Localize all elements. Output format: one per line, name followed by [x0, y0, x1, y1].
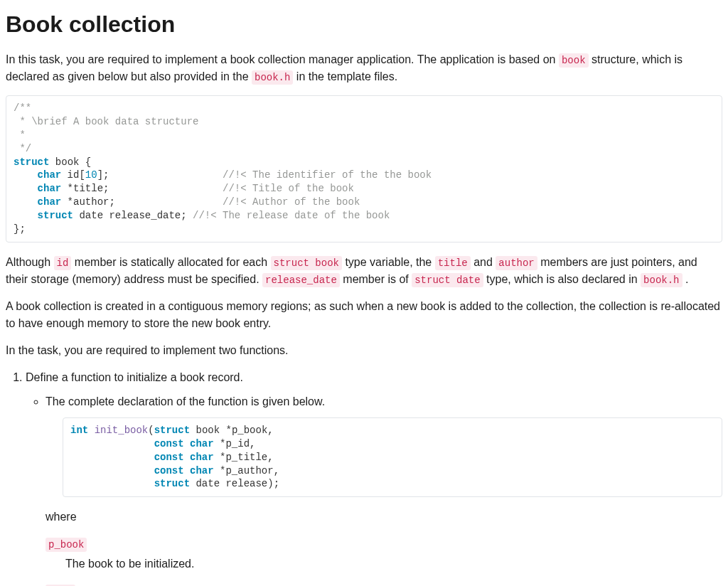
- comment: //!< The release date of the book: [193, 210, 390, 221]
- text: [14, 169, 38, 181]
- text: [14, 183, 38, 194]
- text: *author;: [61, 196, 223, 208]
- text: In this task, you are required to implem…: [6, 53, 559, 65]
- text: *p_title,: [214, 452, 274, 463]
- task-list: Define a function to initialize a book r…: [6, 369, 722, 586]
- task-1-content: int init_book(struct book *p_book, const…: [63, 417, 722, 497]
- text: type, which is also declared in: [483, 273, 641, 285]
- text: [70, 465, 154, 476]
- text: .: [682, 273, 689, 285]
- document-page: Book collection In this task, you are re…: [0, 7, 728, 586]
- text: *p_author,: [214, 465, 279, 476]
- text: in the template files.: [293, 70, 397, 82]
- number: 10: [85, 169, 97, 181]
- keyword: const: [154, 438, 184, 449]
- comment: //!< Author of the book: [223, 196, 360, 208]
- type: char: [190, 438, 214, 449]
- text: and: [471, 256, 496, 268]
- text: date release);: [190, 478, 279, 489]
- task-1-sublist: The complete declaration of the function…: [26, 393, 722, 586]
- text: Although: [6, 256, 54, 268]
- param-p-id-term: p_id: [46, 582, 722, 586]
- text: type variable, the: [342, 256, 435, 268]
- text: [88, 425, 94, 436]
- keyword: const: [154, 452, 184, 463]
- paragraph-members: Although id member is statically allocat…: [6, 254, 722, 288]
- paragraph-collection: A book collection is created in a contig…: [6, 298, 722, 332]
- inline-code-title: title: [435, 256, 471, 270]
- keyword: struct: [38, 210, 73, 221]
- keyword: const: [154, 465, 184, 476]
- comment: //!< The identifier of the the book: [223, 169, 432, 181]
- param-p-book-term: p_book: [46, 536, 722, 553]
- text: [70, 478, 154, 489]
- comment: /**: [14, 102, 31, 114]
- text: member is of: [340, 273, 412, 285]
- function-name: init_book: [95, 425, 149, 436]
- text: *title;: [61, 183, 223, 194]
- parameter-list: p_book The book to be initialized. p_id …: [46, 536, 722, 586]
- type: char: [190, 465, 214, 476]
- task-1-text: Define a function to initialize a book r…: [26, 371, 243, 383]
- keyword: struct: [154, 425, 190, 436]
- type: char: [190, 452, 214, 463]
- text: (: [148, 425, 154, 436]
- inline-code-struct-date: struct date: [412, 273, 483, 287]
- comment: *: [14, 129, 26, 141]
- inline-code-id: id: [54, 256, 72, 270]
- text: date release_date;: [73, 210, 193, 221]
- code-block-struct-book: /** * \brief A book data structure * */ …: [6, 95, 722, 243]
- where-label: where: [46, 508, 722, 526]
- task-1-sub-text: The complete declaration of the function…: [46, 395, 325, 407]
- inline-code-release-date: release_date: [262, 273, 340, 287]
- page-title: Book collection: [6, 7, 722, 41]
- inline-code-book-h-2: book.h: [641, 273, 682, 287]
- text: [14, 210, 38, 221]
- inline-code-p-book: p_book: [46, 538, 87, 552]
- text: *p_id,: [214, 438, 256, 449]
- inline-code-author: author: [496, 256, 537, 270]
- text: [184, 465, 190, 476]
- text: [184, 438, 190, 449]
- comment: */: [14, 143, 31, 154]
- code-block-init-book: int init_book(struct book *p_book, const…: [63, 417, 722, 497]
- comment: * \brief A book data structure: [14, 116, 198, 127]
- text: member is statically allocated for each: [71, 256, 270, 268]
- inline-code-book: book: [559, 53, 589, 68]
- text: book *p_book,: [190, 425, 274, 436]
- paragraph-two-functions: In the task, you are required to impleme…: [6, 342, 722, 359]
- param-p-book-desc: The book to be initialized.: [65, 555, 722, 572]
- text: [14, 196, 38, 208]
- text: };: [14, 223, 26, 235]
- task-1-sub-item: The complete declaration of the function…: [46, 393, 722, 586]
- text: [184, 452, 190, 463]
- intro-paragraph: In this task, you are required to implem…: [6, 51, 722, 85]
- type: int: [70, 425, 88, 436]
- comment: //!< Title of the book: [223, 183, 354, 194]
- text: ];: [97, 169, 223, 181]
- text: id[: [61, 169, 85, 181]
- inline-code-struct-book: struct book: [271, 256, 342, 270]
- type: char: [38, 196, 62, 208]
- keyword: struct: [154, 478, 190, 489]
- type: char: [38, 183, 62, 194]
- type: char: [38, 169, 62, 181]
- text: book {: [49, 156, 91, 168]
- keyword: struct: [14, 156, 49, 168]
- text: [70, 438, 154, 449]
- inline-code-book-h: book.h: [252, 70, 293, 85]
- task-list-item-1: Define a function to initialize a book r…: [26, 369, 722, 586]
- text: [70, 452, 154, 463]
